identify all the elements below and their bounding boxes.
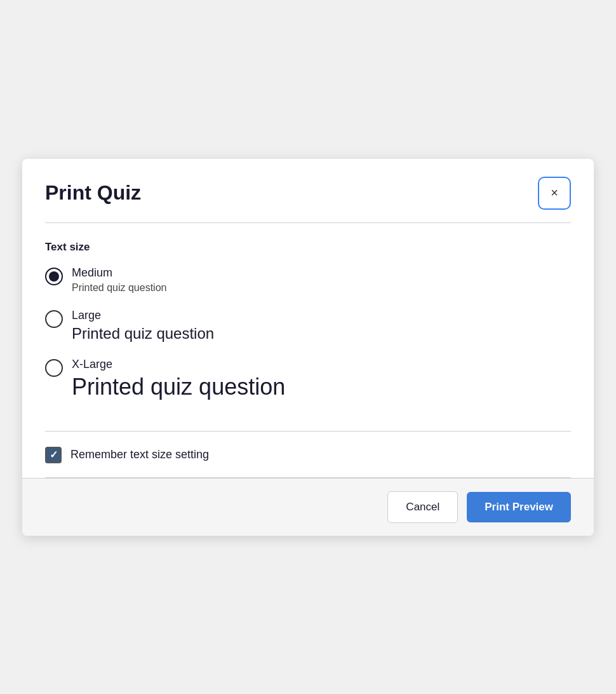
print-quiz-dialog: Print Quiz × Text size Medium Printed qu… — [22, 159, 594, 536]
radio-option-large[interactable]: Large Printed quiz question — [45, 309, 571, 343]
radio-option-medium[interactable]: Medium Printed quiz question — [45, 266, 571, 294]
radio-content-large: Large Printed quiz question — [72, 309, 214, 343]
dialog-footer: Cancel Print Preview — [22, 478, 594, 536]
dialog-body: Text size Medium Printed quiz question L… — [22, 223, 594, 431]
preview-text-xlarge: Printed quiz question — [72, 374, 285, 400]
remember-checkbox[interactable]: ✓ — [45, 447, 62, 463]
radio-circle-large[interactable] — [45, 310, 63, 328]
remember-label: Remember text size setting — [70, 448, 209, 461]
print-preview-button[interactable]: Print Preview — [467, 492, 571, 522]
checkbox-section: ✓ Remember text size setting — [22, 432, 594, 477]
radio-label-medium: Medium — [72, 266, 166, 280]
preview-text-large: Printed quiz question — [72, 325, 214, 343]
radio-option-xlarge[interactable]: X-Large Printed quiz question — [45, 358, 571, 400]
radio-label-xlarge: X-Large — [72, 358, 285, 371]
preview-text-medium: Printed quiz question — [72, 282, 166, 294]
cancel-button[interactable]: Cancel — [387, 491, 458, 523]
radio-circle-medium[interactable] — [45, 268, 63, 285]
radio-circle-xlarge[interactable] — [45, 359, 63, 377]
dialog-header: Print Quiz × — [22, 159, 594, 222]
text-size-heading: Text size — [45, 241, 571, 254]
close-button[interactable]: × — [538, 177, 571, 210]
dialog-title: Print Quiz — [45, 181, 141, 205]
radio-content-xlarge: X-Large Printed quiz question — [72, 358, 285, 400]
radio-content-medium: Medium Printed quiz question — [72, 266, 166, 294]
radio-label-large: Large — [72, 309, 214, 322]
checkmark-icon: ✓ — [50, 450, 58, 460]
radio-inner-medium — [49, 271, 59, 282]
